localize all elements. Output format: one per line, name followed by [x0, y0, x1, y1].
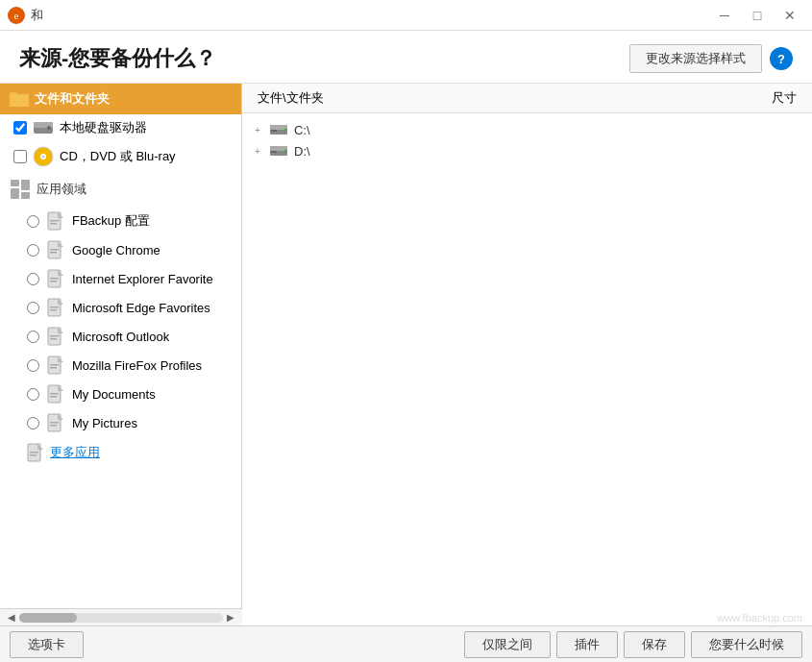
svg-rect-21 [50, 249, 59, 251]
hdd-icon [33, 119, 54, 136]
svg-rect-53 [271, 130, 277, 132]
app-item-outlook[interactable]: Microsoft Outlook [0, 322, 241, 351]
svg-rect-12 [11, 188, 19, 199]
scroll-right-arrow[interactable]: ▶ [223, 610, 238, 625]
tree-item-d: + D:\ [250, 140, 804, 161]
app-label-fbackup: FBackup 配置 [72, 212, 150, 230]
svg-rect-57 [271, 151, 277, 153]
tree-label-c: C:\ [294, 123, 310, 137]
more-apps-link[interactable]: 更多应用 [0, 437, 241, 468]
app-radio-mydocs[interactable] [27, 388, 39, 401]
svg-rect-50 [30, 454, 37, 456]
cd-dvd-checkbox[interactable] [13, 150, 27, 163]
help-button[interactable]: ? [770, 47, 793, 70]
options-button[interactable]: 选项卡 [10, 631, 84, 658]
app-item-edge[interactable]: Microsoft Edge Favorites [0, 293, 241, 322]
page-title: 来源-您要备份什么？ [19, 44, 216, 73]
change-source-button[interactable]: 更改来源选择样式 [629, 44, 762, 73]
svg-rect-37 [50, 364, 59, 366]
tree-expand-c[interactable]: + [250, 122, 265, 137]
svg-rect-46 [50, 425, 57, 427]
footer: 选项卡 仅限之间 插件 保存 您要什么时候 [0, 625, 812, 662]
drive-icon-d [269, 143, 290, 159]
svg-point-58 [284, 150, 287, 153]
tree-expand-d[interactable]: + [250, 143, 265, 159]
local-hdd-item: 本地硬盘驱动器 [0, 114, 241, 141]
tree-area: + C:\ + [242, 113, 812, 608]
drive-icon-c [269, 122, 290, 137]
svg-rect-30 [50, 309, 57, 311]
svg-rect-29 [50, 306, 59, 308]
app-radio-edge[interactable] [27, 302, 39, 314]
app-icon: e [8, 7, 25, 24]
doc-icon-mypictures [47, 413, 64, 432]
app-radio-ie[interactable] [27, 273, 39, 285]
local-hdd-checkbox[interactable] [13, 121, 27, 135]
title-bar: e 和 ─ □ ✕ [0, 0, 812, 31]
right-header-col1: 文件\文件夹 [258, 89, 324, 107]
doc-icon-fbackup [47, 211, 64, 231]
app-radio-firefox[interactable] [27, 359, 39, 372]
app-label-outlook: Microsoft Outlook [72, 330, 169, 344]
scroll-left-arrow[interactable]: ◀ [4, 610, 19, 625]
right-panel-header: 文件\文件夹 尺寸 [242, 84, 812, 113]
local-hdd-label: 本地硬盘驱动器 [60, 119, 147, 136]
app-radio-chrome[interactable] [27, 244, 39, 257]
svg-point-7 [47, 126, 51, 130]
close-button[interactable]: ✕ [775, 5, 804, 26]
svg-point-54 [284, 129, 287, 132]
app-label-edge: Microsoft Edge Favorites [72, 301, 210, 315]
app-item-chrome[interactable]: Google Chrome [0, 235, 241, 264]
content-area: 文件和文件夹 本地硬盘驱动器 CD，DV [0, 84, 812, 608]
app-item-fbackup[interactable]: FBackup 配置 [0, 207, 241, 235]
scrollbar-track [19, 613, 223, 623]
doc-icon-firefox [47, 356, 64, 375]
more-apps-icon [27, 443, 44, 462]
maximize-button[interactable]: □ [743, 5, 772, 26]
main-window: 来源-您要备份什么？ 更改来源选择样式 ? 文件和文件夹 [0, 31, 812, 662]
svg-rect-17 [50, 220, 59, 222]
plugin-button[interactable]: 插件 [556, 631, 618, 658]
app-label-mypictures: My Pictures [72, 416, 137, 430]
app-radio-mypictures[interactable] [27, 417, 39, 429]
doc-icon-chrome [47, 240, 64, 259]
more-apps-label: 更多应用 [50, 444, 100, 461]
app-radio-outlook[interactable] [27, 331, 39, 343]
app-item-ie[interactable]: Internet Explorer Favorite [0, 264, 241, 293]
title-bar-title: 和 [31, 7, 43, 24]
scrollbar-thumb[interactable] [19, 613, 77, 623]
doc-icon-ie [47, 269, 64, 288]
footer-right: 仅限之间 插件 保存 您要什么时候 [464, 631, 802, 658]
svg-rect-26 [50, 281, 57, 282]
svg-rect-45 [50, 422, 59, 424]
svg-rect-18 [50, 223, 57, 225]
app-item-mydocs[interactable]: My Documents [0, 380, 241, 408]
svg-rect-33 [50, 335, 59, 337]
header: 来源-您要备份什么？ 更改来源选择样式 ? [0, 31, 812, 84]
app-section-label: 应用领域 [37, 181, 86, 198]
doc-icon-edge [47, 298, 64, 317]
files-section-header[interactable]: 文件和文件夹 [0, 84, 241, 114]
app-item-firefox[interactable]: Mozilla FireFox Profiles [0, 351, 241, 380]
app-item-mypictures[interactable]: My Pictures [0, 408, 241, 437]
cd-dvd-item: CD，DVD 或 Blu-ray [0, 141, 241, 172]
app-label-mydocs: My Documents [72, 387, 156, 402]
svg-rect-11 [11, 180, 19, 186]
save-button[interactable]: 保存 [624, 631, 685, 658]
svg-rect-4 [10, 94, 29, 107]
right-header-col2: 尺寸 [772, 89, 797, 107]
cd-dvd-label: CD，DVD 或 Blu-ray [60, 148, 176, 165]
schedule-button[interactable]: 仅限之间 [464, 631, 551, 658]
app-radio-fbackup[interactable] [27, 215, 39, 228]
apps-section-icon [10, 179, 31, 200]
tree-label-d: D:\ [294, 144, 310, 159]
minimize-button[interactable]: ─ [710, 5, 739, 26]
svg-rect-22 [50, 252, 57, 254]
svg-rect-41 [50, 393, 59, 395]
tree-item-c: + C:\ [250, 119, 804, 140]
app-section-header: 应用领域 [0, 172, 241, 207]
next-button[interactable]: 您要什么时候 [691, 631, 802, 658]
title-bar-left: e 和 [8, 7, 43, 24]
svg-rect-34 [50, 338, 57, 340]
footer-left: 选项卡 [10, 631, 84, 658]
